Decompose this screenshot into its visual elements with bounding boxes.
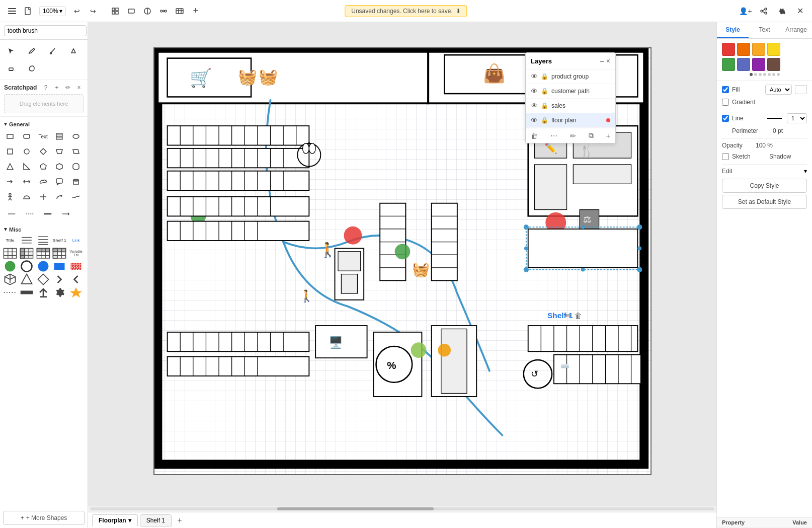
rect-shape[interactable] (3, 129, 17, 143)
layers-duplicate-button[interactable]: ⧉ (589, 131, 594, 140)
unsaved-banner[interactable]: Unsaved changes. Click here to save. ⬇ (345, 5, 467, 17)
misc-table1[interactable] (3, 248, 17, 259)
add-tab-button[interactable]: + (174, 514, 186, 526)
select-tool-button[interactable] (108, 4, 122, 18)
scratchpad-add-button[interactable]: + (52, 83, 61, 92)
sketch-checkbox[interactable] (722, 153, 729, 160)
layers-options-button[interactable]: ⋯ (550, 132, 557, 140)
general-section-title[interactable]: ▾ General (3, 119, 85, 129)
eraser-tool[interactable] (3, 60, 19, 77)
misc-chevron-l[interactable] (69, 274, 83, 285)
thick-line-shape[interactable] (39, 207, 56, 221)
scratchpad-help-button[interactable]: ? (41, 83, 50, 92)
misc-diamond2[interactable] (36, 274, 50, 285)
scrollbar-thumb[interactable] (277, 507, 433, 510)
add-user-button[interactable]: 👤+ (739, 4, 753, 18)
more-shapes-button[interactable]: + + More Shapes (3, 511, 85, 525)
misc-dotted-line[interactable] (3, 287, 17, 298)
gradient-checkbox[interactable] (722, 99, 729, 106)
page-button[interactable] (21, 4, 35, 18)
misc-circle-blue[interactable] (36, 261, 50, 272)
layer-lock-icon[interactable]: 🔒 (541, 102, 548, 109)
layer-item-sales[interactable]: 👁 🔒 sales (526, 99, 615, 113)
wave-shape[interactable] (69, 190, 83, 204)
arrow-shape[interactable] (3, 175, 17, 189)
swatch-indigo[interactable] (737, 58, 750, 71)
curved-arrow-shape[interactable] (52, 190, 66, 204)
misc-var-table[interactable]: Variable Tbl (69, 248, 83, 259)
canvas-scroll[interactable]: 🛒 🧺 🧺 👜 🧴 (88, 22, 716, 528)
arrange-tab[interactable]: Arrange (780, 22, 812, 38)
scratchpad-drop-zone[interactable]: Drag elements here (4, 94, 84, 113)
zoom-control[interactable]: 100% ▾ (39, 6, 66, 16)
pentagon-shape[interactable] (36, 160, 50, 174)
swatch-purple[interactable] (752, 58, 765, 71)
ellipse-tool-button[interactable] (140, 4, 154, 18)
layer-item-product-group[interactable]: 👁 🔒 product group (526, 69, 615, 84)
stickman-shape[interactable] (3, 190, 17, 204)
share-button[interactable] (757, 4, 771, 18)
octagon-shape[interactable] (69, 160, 83, 174)
misc-pyramid[interactable] (20, 274, 34, 285)
triangle-shape[interactable] (3, 160, 17, 174)
tab-floorplan[interactable]: Floorplan ▾ (92, 514, 138, 526)
misc-anchor[interactable] (36, 287, 50, 298)
brush-tool[interactable] (45, 43, 61, 59)
pointer-tool[interactable] (3, 43, 19, 59)
canvas-area[interactable]: Layers – × 👁 🔒 product group 👁 🔒 custome… (88, 22, 716, 528)
rtriangle-shape[interactable] (20, 160, 34, 174)
settings-button[interactable] (775, 4, 789, 18)
note-shape[interactable] (52, 129, 66, 143)
misc-star[interactable] (69, 287, 83, 298)
redo-button[interactable]: ↪ (86, 4, 100, 18)
arrow-line-shape[interactable] (57, 207, 74, 221)
half-circle-shape[interactable] (20, 190, 34, 204)
add-tool-button[interactable]: + (189, 4, 203, 18)
misc-thick-line[interactable] (20, 287, 34, 298)
parallelogram-shape[interactable] (69, 144, 83, 159)
layer-eye-icon[interactable]: 👁 (531, 102, 538, 110)
layer-lock-icon[interactable]: 🔒 (541, 73, 548, 80)
scratchpad-edit-button[interactable]: ✏ (63, 83, 72, 92)
misc-list1[interactable] (20, 235, 34, 246)
layer-eye-icon[interactable]: 👁 (531, 72, 538, 81)
swatch-red[interactable] (722, 43, 735, 56)
misc-link[interactable]: Link (69, 235, 83, 246)
trapezoid-shape[interactable] (52, 144, 66, 159)
rectangle-tool-button[interactable] (124, 4, 138, 18)
hamburger-menu-button[interactable] (5, 4, 19, 18)
hexagon-shape[interactable] (52, 160, 66, 174)
misc-circle-green[interactable] (3, 261, 17, 272)
dashed-line-shape[interactable] (21, 207, 38, 221)
search-input[interactable] (4, 25, 87, 36)
tab-shelf1[interactable]: Shelf 1 (140, 514, 172, 526)
layers-minimize-button[interactable]: – (600, 57, 604, 65)
line-checkbox[interactable] (722, 115, 729, 122)
misc-shelf[interactable]: Shelf 1 (52, 235, 66, 246)
misc-section-title[interactable]: ▾ Misc (3, 224, 85, 235)
undo-button[interactable]: ↩ (70, 4, 84, 18)
callout-shape[interactable] (52, 175, 66, 189)
circle-shape[interactable] (20, 144, 34, 159)
pen-tool[interactable] (24, 43, 40, 59)
misc-circle-outline[interactable] (20, 261, 34, 272)
misc-chevron-r[interactable] (52, 274, 66, 285)
misc-table2[interactable] (20, 248, 34, 259)
misc-list2[interactable] (36, 235, 50, 246)
fill-checkbox[interactable] (722, 86, 729, 93)
misc-gear[interactable] (52, 287, 66, 298)
swatch-yellow-orange[interactable] (752, 43, 765, 56)
highlight-tool[interactable] (65, 43, 82, 59)
fill-color-swatch[interactable] (795, 85, 807, 94)
swatch-orange[interactable] (737, 43, 750, 56)
ellipse-shape[interactable] (69, 129, 83, 143)
table-tool-button[interactable] (173, 4, 187, 18)
misc-table3[interactable] (36, 248, 50, 259)
layer-lock-icon[interactable]: 🔒 (541, 117, 548, 124)
misc-rect-blue[interactable] (52, 261, 66, 272)
text-tab[interactable]: Text (749, 22, 780, 38)
copy-style-button[interactable]: Copy Style (722, 179, 807, 193)
scratchpad-close-button[interactable]: × (74, 83, 84, 92)
misc-table4[interactable] (52, 248, 66, 259)
set-default-style-button[interactable]: Set as Default Style (722, 195, 807, 209)
